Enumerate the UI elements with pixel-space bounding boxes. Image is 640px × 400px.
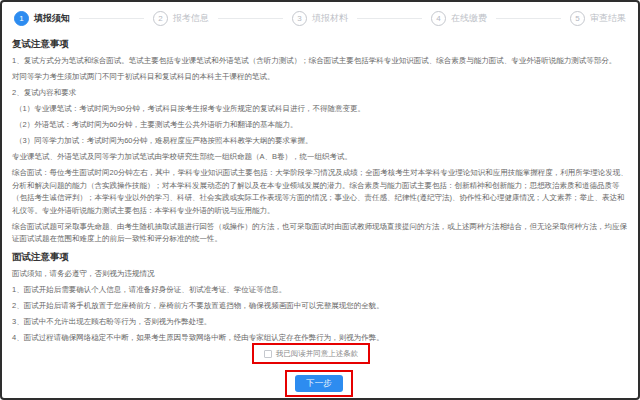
step-connector: [357, 18, 422, 19]
paragraph: 2、复试内容和要求: [12, 87, 628, 100]
next-button-highlight-box: 下一步: [285, 370, 353, 397]
paragraph: 对同等学力考生须加试两门不同于初试科目和复试科目的本科主干课程的笔试。: [12, 71, 628, 84]
paragraph: 面试须知，请务必遵守，否则视为违规情况: [12, 268, 628, 281]
step-5-label: 审查结果: [590, 12, 626, 25]
stepper-step-2-application-info[interactable]: 2 报考信息: [153, 11, 209, 26]
step-3-circle: 3: [292, 11, 307, 26]
next-step-button[interactable]: 下一步: [295, 375, 343, 392]
wizard-stepper: 1 填报须知 2 报考信息 3 填报材料 4 在线缴费 5 审查结果: [2, 2, 638, 33]
notice-content: 复试注意事项 1、复试方式分为笔试和综合面试。笔试主要包括专业课笔试和外语笔试（…: [2, 38, 638, 344]
step-connector: [496, 18, 561, 19]
paragraph: 1、面试开始后需要确认个人信息，请准备好身份证、初试准考证、学位证等信息。: [12, 284, 628, 297]
paragraph: 3、面试中不允许出现左顾右盼等行为，否则视为作弊处理。: [12, 316, 628, 329]
application-notice-page: 1 填报须知 2 报考信息 3 填报材料 4 在线缴费 5 审查结果 复试注意事…: [0, 0, 640, 400]
paragraph: 综合面试：每位考生面试时间20分钟左右，其中，学科专业知识面试主要包括：大学阶段…: [12, 167, 628, 217]
paragraph: 综合面试试题可采取事先命题、由考生随机抽取试题进行回答（或操作）的方法，也可采取…: [12, 221, 628, 246]
step-2-label: 报考信息: [173, 12, 209, 25]
paragraph: （2）外语笔试：考试时间为60分钟，主要测试考生公共外语听力和翻译的基本能力。: [12, 119, 628, 132]
paragraph: 专业课笔试、外语笔试及同等学力加试笔试由学校研究生部统一组织命题（A、B卷），统…: [12, 151, 628, 164]
stepper-step-3-materials[interactable]: 3 填报材料: [292, 11, 348, 26]
interview-notes-title: 面试注意事项: [12, 251, 628, 264]
stepper-step-5-review-result[interactable]: 5 审查结果: [570, 11, 626, 26]
agreement-checkbox[interactable]: [264, 350, 272, 358]
paragraph: （1）专业课笔试：考试时间为90分钟，考试科目按考生报考专业所规定的复试科目进行…: [12, 103, 628, 116]
stepper-step-4-online-payment[interactable]: 4 在线缴费: [431, 11, 487, 26]
paragraph: （3）同等学力加试：考试时间为60分钟，难易程度应严格按照本科教学大纲的要求掌握…: [12, 135, 628, 148]
paragraph: 1、复试方式分为笔试和综合面试。笔试主要包括专业课笔试和外语笔试（含听力测试）；…: [12, 55, 628, 68]
step-5-circle: 5: [570, 11, 585, 26]
agreement-label[interactable]: 我已阅读并同意上述条款: [276, 349, 359, 359]
step-connector: [79, 18, 144, 19]
step-4-label: 在线缴费: [451, 12, 487, 25]
step-connector: [218, 18, 283, 19]
stepper-step-1-notice[interactable]: 1 填报须知: [14, 11, 70, 26]
paragraph: 2、面试开始后请将手机放置于您座椅前方，座椅前方不要放置遮挡物，确保视频画面中可…: [12, 300, 628, 313]
step-1-label: 填报须知: [34, 12, 70, 25]
retest-notes-title: 复试注意事项: [12, 38, 628, 51]
step-4-circle: 4: [431, 11, 446, 26]
step-2-circle: 2: [153, 11, 168, 26]
step-1-circle: 1: [14, 11, 29, 26]
agreement-highlight-box: 我已阅读并同意上述条款: [252, 343, 370, 364]
step-3-label: 填报材料: [312, 12, 348, 25]
